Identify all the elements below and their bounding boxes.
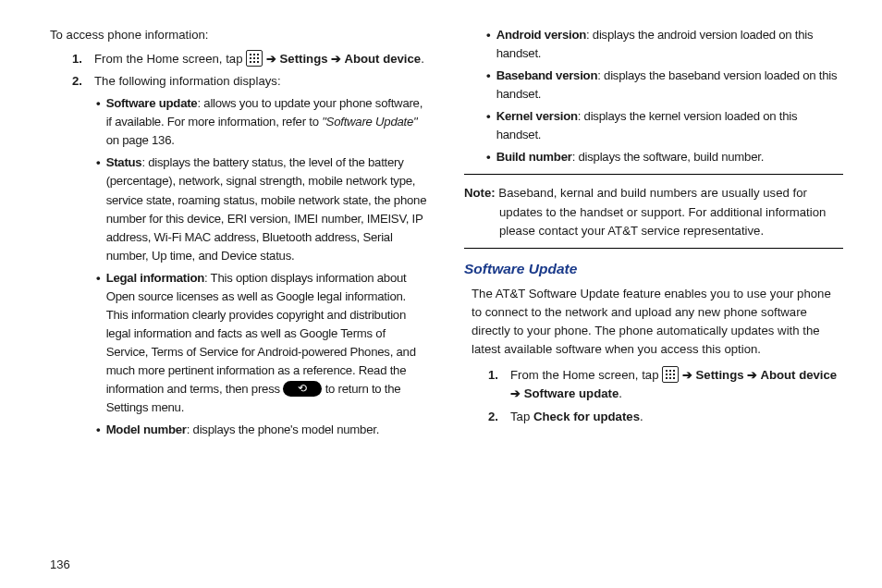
bullet-label: Kernel version bbox=[496, 109, 578, 123]
bullet-label: Legal information bbox=[106, 271, 204, 285]
bullet-text: Model number: displays the phone's model… bbox=[106, 421, 427, 439]
bullet-dot-icon: • bbox=[96, 153, 101, 264]
divider bbox=[464, 248, 843, 249]
bullet-text: Android version: displays the android ve… bbox=[496, 26, 843, 63]
arrow-icon: ➔ bbox=[747, 368, 757, 382]
bullet-model-number: • Model number: displays the phone's mod… bbox=[96, 421, 427, 439]
bullet-body: : displays the software, build number. bbox=[572, 150, 764, 164]
arrow-icon: ➔ bbox=[266, 52, 280, 66]
bullet-text: Software update: allows you to update yo… bbox=[106, 94, 427, 150]
arrow-icon: ➔ bbox=[331, 52, 341, 66]
period: . bbox=[619, 386, 622, 400]
back-button-icon bbox=[283, 381, 322, 397]
check-for-updates-label: Check for updates bbox=[533, 410, 640, 423]
bullet-kernel-version: • Kernel version: displays the kernel ve… bbox=[486, 107, 843, 144]
bullet-tail: on page 136. bbox=[106, 133, 175, 147]
about-device-label: About device bbox=[341, 52, 421, 66]
right-column: • Android version: displays the android … bbox=[464, 26, 843, 547]
cross-reference: "Software Update" bbox=[322, 115, 417, 129]
bullet-dot-icon: • bbox=[96, 94, 101, 150]
note-label: Note: bbox=[464, 186, 496, 200]
bullet-body: : displays the battery status, the level… bbox=[106, 155, 427, 262]
period: . bbox=[421, 52, 424, 66]
step2-pre: Tap bbox=[510, 410, 533, 423]
arrow-icon: ➔ bbox=[510, 386, 521, 400]
apps-grid-icon bbox=[662, 366, 679, 383]
about-device-label: About device bbox=[757, 368, 837, 382]
bullet-dot-icon: • bbox=[486, 107, 491, 144]
note-block: Note: Baseband, kernal and build numbers… bbox=[464, 184, 843, 239]
section-paragraph: The AT&T Software Update feature enables… bbox=[472, 285, 843, 359]
bullet-text: Kernel version: displays the kernel vers… bbox=[496, 107, 843, 144]
step-number: 1. bbox=[488, 366, 501, 403]
bullet-dot-icon: • bbox=[486, 26, 491, 63]
bullet-build-number: • Build number: displays the software, b… bbox=[486, 148, 843, 166]
bullet-body: : displays the phone's model number. bbox=[187, 423, 379, 436]
intro-text: To access phone information: bbox=[50, 26, 427, 44]
step1-pre: From the Home screen, tap bbox=[94, 52, 246, 66]
bullet-android-version: • Android version: displays the android … bbox=[486, 26, 843, 63]
step-number: 1. bbox=[72, 50, 85, 68]
step1-pre: From the Home screen, tap bbox=[510, 368, 662, 382]
step-2: 2. Tap Check for updates. bbox=[488, 408, 843, 426]
step-text: From the Home screen, tap ➔ Settings ➔ A… bbox=[510, 366, 843, 403]
bullet-dot-icon: • bbox=[96, 421, 101, 439]
bullet-text: Build number: displays the software, bui… bbox=[496, 148, 843, 166]
step-number: 2. bbox=[488, 408, 501, 426]
step-1: 1. From the Home screen, tap ➔ Settings … bbox=[488, 366, 843, 403]
settings-label: Settings bbox=[692, 368, 747, 382]
bullet-label: Android version bbox=[496, 28, 586, 42]
bullet-text: Status: displays the battery status, the… bbox=[106, 153, 427, 264]
bullet-dot-icon: • bbox=[486, 148, 491, 166]
step-text: The following information displays: bbox=[94, 72, 427, 91]
software-update-label: Software update bbox=[521, 386, 619, 400]
bullet-text: Baseband version: displays the baseband … bbox=[496, 67, 843, 104]
page-number: 136 bbox=[50, 557, 70, 571]
arrow-icon: ➔ bbox=[682, 368, 692, 382]
divider bbox=[464, 174, 843, 175]
bullet-label: Software update bbox=[106, 96, 198, 110]
bullet-legal-information: • Legal information: This option display… bbox=[96, 269, 427, 418]
step-text: Tap Check for updates. bbox=[510, 408, 843, 426]
step-number: 2. bbox=[72, 72, 85, 91]
bullet-label: Build number bbox=[496, 150, 572, 164]
bullet-dot-icon: • bbox=[96, 269, 101, 418]
bullet-baseband-version: • Baseband version: displays the baseban… bbox=[486, 67, 843, 104]
bullet-software-update: • Software update: allows you to update … bbox=[96, 94, 427, 150]
bullet-dot-icon: • bbox=[486, 67, 491, 104]
bullet-status: • Status: displays the battery status, t… bbox=[96, 153, 427, 264]
step-1: 1. From the Home screen, tap ➔ Settings … bbox=[72, 50, 427, 68]
bullet-label: Baseband version bbox=[496, 68, 598, 82]
note-text: Baseband, kernal and build numbers are u… bbox=[496, 186, 827, 237]
bullet-text: Legal information: This option displays … bbox=[106, 269, 427, 418]
bullet-label: Model number bbox=[106, 423, 187, 436]
section-heading-software-update: Software Update bbox=[464, 258, 843, 280]
period: . bbox=[640, 410, 643, 423]
step-2: 2. The following information displays: bbox=[72, 72, 427, 91]
bullet-body: : This option displays information about… bbox=[106, 271, 416, 396]
bullet-label: Status bbox=[106, 155, 142, 169]
apps-grid-icon bbox=[246, 50, 263, 67]
left-column: To access phone information: 1. From the… bbox=[48, 26, 427, 547]
settings-label: Settings bbox=[280, 52, 332, 66]
step-text: From the Home screen, tap ➔ Settings ➔ A… bbox=[94, 50, 427, 68]
